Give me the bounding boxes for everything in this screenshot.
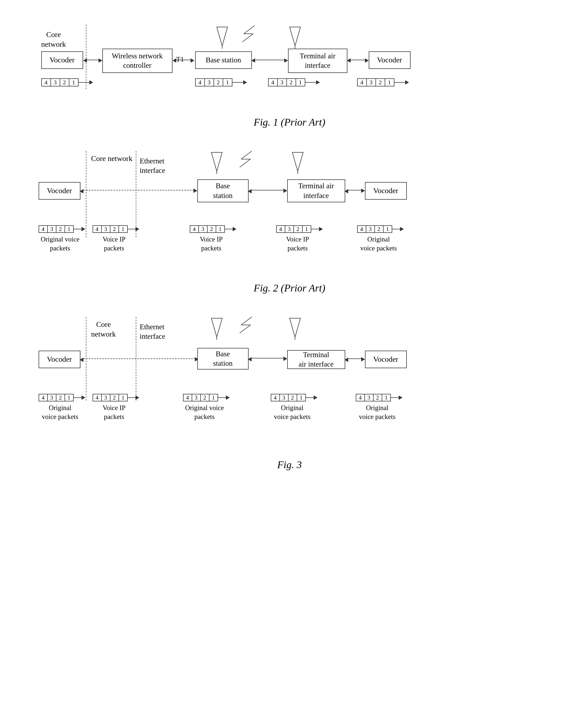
wireless-signal-1 — [238, 24, 260, 43]
arr-v1-dline-3 — [83, 359, 195, 359]
packet-row-1b: 4 3 2 1 — [195, 78, 243, 86]
pkt-row-3b-group: 4 3 2 1 Voice IPpackets — [92, 394, 136, 421]
antenna-2 — [287, 24, 303, 49]
ethernet-label-2: Ethernetinterface — [140, 156, 165, 175]
p3-2c: 3 — [198, 225, 208, 233]
arr-pkt-3e — [391, 397, 399, 398]
p1-3a: 1 — [64, 394, 74, 401]
p3-2e: 3 — [366, 225, 375, 233]
pkt-label-2a: Original voicepackets — [38, 235, 82, 253]
p4-3b: 4 — [92, 394, 102, 401]
arr-v1-left — [80, 189, 83, 193]
vocoder-box-3b: Vocoder — [365, 350, 407, 368]
p4-3a: 4 — [38, 394, 48, 401]
svg-line-2 — [244, 26, 254, 34]
packet-3-1a: 3 — [51, 78, 60, 86]
p1-3c: 1 — [209, 394, 218, 401]
p3-2a: 3 — [47, 225, 56, 233]
packet-2-1b: 2 — [214, 78, 223, 86]
arr-bs-tai-right3 — [283, 357, 287, 361]
arrow-wnc-bs-right — [191, 58, 194, 63]
core-network-label-3: Corenetwork — [91, 319, 116, 339]
p2-2a: 2 — [56, 225, 65, 233]
p3-2d: 3 — [285, 225, 294, 233]
pkt-label-3d: Originalvoice packets — [271, 404, 314, 421]
figure-1-diagram: Corenetwork Vocoder Wireless networkcont… — [33, 16, 546, 108]
p4-3c: 4 — [183, 394, 192, 401]
p1-2d: 1 — [302, 225, 311, 233]
pkt-label-2c: Voice IPpackets — [190, 235, 233, 253]
pkt-row-2b-group: 4 3 2 1 Voice IPpackets — [92, 225, 136, 253]
core-network-label-1: Corenetwork — [41, 30, 66, 49]
vocoder-box-3a: Vocoder — [38, 350, 80, 368]
antenna-2a — [209, 150, 225, 174]
p4-2e: 4 — [357, 225, 366, 233]
wnc-box: Wireless networkcontroller — [102, 49, 172, 73]
packet-4-1d: 4 — [357, 78, 367, 86]
p1-3e: 1 — [382, 394, 391, 401]
arr-tai-v2-line2 — [348, 190, 362, 190]
p1-3d: 1 — [297, 394, 306, 401]
arr-bs-tai-left3 — [248, 357, 252, 361]
arrow-bs-tai-right — [284, 58, 288, 63]
arr-bs-tai-right2 — [283, 188, 287, 193]
vocoder-box-2b: Vocoder — [365, 182, 407, 200]
fig3-caption: Fig. 3 — [277, 459, 302, 471]
arrow-tai-v2-line — [351, 60, 365, 60]
arrow-wnc-bs-left — [172, 58, 176, 63]
arr-bs-tai-line3 — [252, 358, 284, 359]
svg-line-16 — [241, 317, 252, 325]
packet-1-1b: 1 — [223, 78, 232, 86]
packet-4-1c: 4 — [268, 78, 278, 86]
pkt-label-2d: Voice IPpackets — [276, 235, 319, 253]
arr-v1-right — [194, 188, 197, 193]
packet-1-1c: 1 — [296, 78, 305, 86]
core-right-vline-2 — [136, 151, 136, 237]
p3-2b: 3 — [101, 225, 110, 233]
svg-marker-0 — [217, 27, 227, 46]
packet-2-1c: 2 — [286, 78, 296, 86]
arrow-v1-wnc-line — [87, 60, 99, 60]
svg-marker-5 — [290, 27, 300, 46]
pkt-label-3a: Originalvoice packets — [38, 404, 82, 421]
packet-1-1d: 1 — [385, 78, 394, 86]
arrow-v1-wnc-left — [83, 58, 87, 63]
arr-pkt-2e — [392, 229, 400, 229]
arrow-v1-wnc-right — [99, 58, 102, 63]
base-station-box-1: Base station — [195, 51, 252, 69]
arr-tai-v2-line3 — [348, 359, 362, 359]
arr-pkt-3c — [218, 397, 226, 398]
packet-2-1d: 2 — [376, 78, 385, 86]
packet-2-1a: 2 — [60, 78, 70, 86]
pkt-row-3a-group: 4 3 2 1 Originalvoice packets — [38, 394, 82, 421]
arr-pkt-3d — [306, 397, 314, 398]
p3-3c: 3 — [192, 394, 201, 401]
svg-marker-14 — [211, 318, 222, 337]
svg-marker-12 — [292, 152, 303, 171]
pkt-label-2b: Voice IPpackets — [92, 235, 136, 253]
p2-2c: 2 — [207, 225, 216, 233]
packet-3-1c: 3 — [277, 78, 287, 86]
fig2-caption: Fig. 2 (Prior Art) — [254, 282, 325, 294]
wireless-signal-3 — [236, 315, 257, 334]
packet-row-1d-arrow — [394, 82, 405, 83]
p2-2d: 2 — [294, 225, 303, 233]
arrow-bs-tai-left — [251, 58, 255, 63]
pkt-row-3d-group: 4 3 2 1 Originalvoice packets — [271, 394, 314, 421]
wireless-signal-2 — [236, 150, 257, 168]
arr-tai-v2-right2 — [361, 188, 365, 193]
pkt-row-2d-group: 4 3 2 1 Voice IPpackets — [276, 225, 319, 253]
p4-2c: 4 — [190, 225, 199, 233]
core-network-label-2: Core network — [91, 154, 133, 163]
arrow-tai-v2-left — [347, 58, 351, 63]
antenna-3a — [209, 315, 225, 340]
arr-bs-tai-left — [248, 189, 252, 193]
p4-3e: 4 — [356, 394, 365, 401]
pkt-row-2a-group: 4 3 2 1 Original voicepackets — [38, 225, 82, 253]
p2-3c: 2 — [200, 394, 210, 401]
p4-3d: 4 — [271, 394, 280, 401]
p3-3b: 3 — [101, 394, 110, 401]
core-left-vline-2 — [86, 151, 86, 237]
packet-row-1c-arrow — [305, 82, 316, 83]
p1-3b: 1 — [118, 394, 128, 401]
